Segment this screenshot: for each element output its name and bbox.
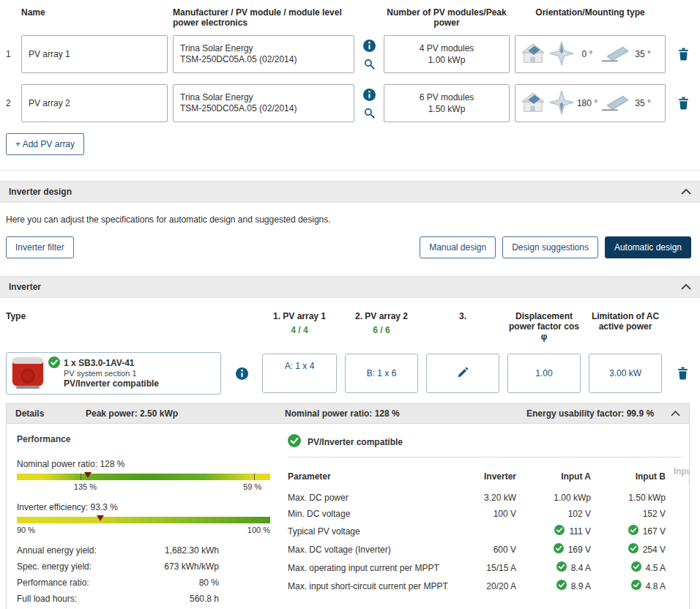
- pv-module-input[interactable]: Trina Solar Energy TSM-250DC05A.05 (02/2…: [173, 35, 354, 73]
- compatibility-divider: [288, 457, 683, 457]
- performance-panel: Performance Nominal power ratio: 128 % 1…: [11, 430, 276, 609]
- module-count-box[interactable]: 6 PV modules 1.50 kWp: [384, 84, 510, 122]
- design-suggestions-button[interactable]: Design suggestions: [502, 236, 598, 258]
- inverter-filter-button[interactable]: Inverter filter: [6, 236, 74, 258]
- module-type: TSM-250DC05A.05 (02/2014): [180, 103, 354, 114]
- input-a-value: 102 V: [518, 509, 591, 519]
- check-icon: [556, 561, 567, 574]
- nominal-ratio-ticks: 135 % 59 %: [17, 482, 270, 493]
- collapse-chevron-icon[interactable]: [681, 284, 691, 290]
- inverter-row: 1 x SB3.0-1AV-41 PV system section 1 PV/…: [6, 352, 694, 395]
- array-1-string-count: 4 / 4: [262, 325, 337, 335]
- tilt-panel-icon: [600, 43, 630, 65]
- info-icon[interactable]: [363, 89, 376, 101]
- input-a-value: 169 V: [568, 545, 591, 555]
- pv-array-name-input[interactable]: PV array 2: [21, 84, 168, 122]
- parameter-name: Max. DC voltage (Inverter): [288, 545, 456, 555]
- module-type: TSM-250DC05A.05 (02/2014): [180, 54, 354, 65]
- column-header-inverter: Inverter: [458, 471, 516, 482]
- energy-usability-summary: Energy usability factor: 99.9 %: [526, 408, 663, 419]
- peak-power: 1.00 kWp: [384, 54, 509, 66]
- delete-inverter-icon[interactable]: [677, 367, 688, 380]
- info-icon[interactable]: [236, 367, 248, 380]
- pv-array-row-2: 2 PV array 2 Trina Solar Energy TSM-250D…: [0, 84, 700, 122]
- tilt-value: 35 °: [632, 98, 654, 108]
- input-a-value: 1.00 kWp: [518, 493, 591, 503]
- module-manufacturer: Trina Solar Energy: [180, 92, 354, 103]
- collapse-chevron-icon[interactable]: [681, 189, 691, 195]
- efficiency-ticks: 90 % 100 %: [17, 526, 270, 537]
- details-label: Details: [15, 408, 86, 419]
- inverter-value: 20/20 A: [458, 581, 516, 591]
- inverter-efficiency-bar: [17, 517, 270, 523]
- pv-table-header: Name Manufacturer / PV module / module l…: [0, 7, 700, 28]
- parameter-name: Max. input short-circuit current per MPP…: [288, 581, 456, 591]
- section-title: Inverter design: [9, 187, 72, 197]
- section-title: Inverter: [9, 282, 41, 292]
- input-b-slot[interactable]: B: 1 x 6: [345, 354, 418, 393]
- input-b-value-cell: 4.5 A: [592, 561, 666, 574]
- pv-array-name: PV array 1: [29, 49, 70, 59]
- column-header-type: Type: [6, 311, 221, 321]
- orientation-box[interactable]: 0 ° 35 °: [515, 35, 666, 73]
- pv-array-row-1: 1 PV array 1 Trina Solar Energy TSM-250D…: [0, 35, 700, 73]
- input-b-value: 1.50 kWp: [592, 493, 666, 503]
- orientation-box[interactable]: 180 ° 35 °: [515, 84, 666, 122]
- column-header-pv-array-2: 2. PV array 2: [345, 311, 418, 321]
- stat-label: Performance ratio:: [17, 578, 147, 588]
- column-header-parameter: Parameter: [288, 471, 456, 482]
- module-count: 4 PV modules: [384, 42, 509, 54]
- input-b-value-cell: 254 V: [592, 543, 666, 556]
- pv-array-name-input[interactable]: PV array 1: [21, 35, 168, 73]
- input-a-slot[interactable]: A: 1 x 4: [262, 354, 337, 393]
- column-header-input-a: Input A: [518, 471, 591, 482]
- performance-title: Performance: [17, 434, 276, 444]
- automatic-design-button[interactable]: Automatic design: [605, 236, 691, 258]
- collapse-details-chevron-icon[interactable]: [671, 411, 680, 416]
- check-icon: [554, 525, 565, 537]
- input-c-slot[interactable]: [426, 354, 499, 393]
- input-a-value-cell: 111 V: [518, 525, 591, 537]
- inverter-details-panel: Details Peak power: 2.50 kWp Nominal pow…: [6, 403, 690, 609]
- azimuth-compass-icon: [549, 41, 574, 68]
- efficiency-marker: [97, 515, 104, 521]
- inverter-table-header: Type 1. PV array 1 4 / 4 2. PV array 2 6…: [6, 311, 694, 342]
- info-icon[interactable]: [363, 40, 376, 52]
- pv-module-input[interactable]: Trina Solar Energy TSM-250DC05A.05 (02/2…: [173, 84, 354, 122]
- module-count-box[interactable]: 4 PV modules 1.00 kWp: [384, 35, 510, 73]
- tick-label: 90 %: [17, 526, 35, 534]
- inverter-section-header[interactable]: Inverter: [0, 276, 700, 298]
- ac-limit-input[interactable]: 3.00 kW: [589, 354, 662, 393]
- parameter-name: Max. operating input current per MPPT: [288, 563, 456, 573]
- compatible-check-icon: [48, 356, 60, 368]
- cos-phi-input[interactable]: 1.00: [507, 354, 581, 393]
- column-header-pv-array-1: 1. PV array 1: [262, 311, 337, 321]
- input-b-value: 152 V: [592, 509, 666, 519]
- check-icon: [631, 561, 641, 574]
- inverter-design-section-header[interactable]: Inverter design: [0, 181, 700, 203]
- search-icon[interactable]: [364, 108, 375, 119]
- azimuth-value: 180 °: [576, 98, 598, 108]
- roof-mounting-icon: [519, 91, 547, 116]
- stat-label: Spec. energy yield:: [17, 561, 147, 572]
- stat-label: Full load hours:: [17, 594, 147, 604]
- design-description: Here you can adjust the specifications f…: [6, 214, 700, 225]
- delete-pv-array-icon[interactable]: [678, 48, 689, 61]
- inverter-card[interactable]: 1 x SB3.0-1AV-41 PV system section 1 PV/…: [6, 352, 221, 395]
- parameter-name: Min. DC voltage: [288, 509, 456, 519]
- inverter-image: [11, 355, 45, 392]
- check-icon: [628, 525, 638, 537]
- nominal-ratio-bar: [17, 474, 270, 480]
- manual-design-button[interactable]: Manual design: [420, 236, 496, 258]
- column-header-input-b: Input B: [592, 471, 666, 482]
- tilt-value: 35 °: [632, 49, 654, 59]
- column-header-3: 3.: [426, 311, 499, 321]
- delete-pv-array-icon[interactable]: [678, 97, 689, 110]
- input-b-value-cell: 167 V: [592, 525, 666, 537]
- peak-power-summary: Peak power: 2.50 kWp: [86, 408, 285, 419]
- roof-mounting-icon: [519, 42, 547, 67]
- search-icon[interactable]: [364, 59, 375, 70]
- add-pv-array-button[interactable]: + Add PV array: [6, 133, 84, 155]
- pv-array-name: PV array 2: [29, 98, 70, 108]
- input-a-value: 111 V: [569, 526, 591, 537]
